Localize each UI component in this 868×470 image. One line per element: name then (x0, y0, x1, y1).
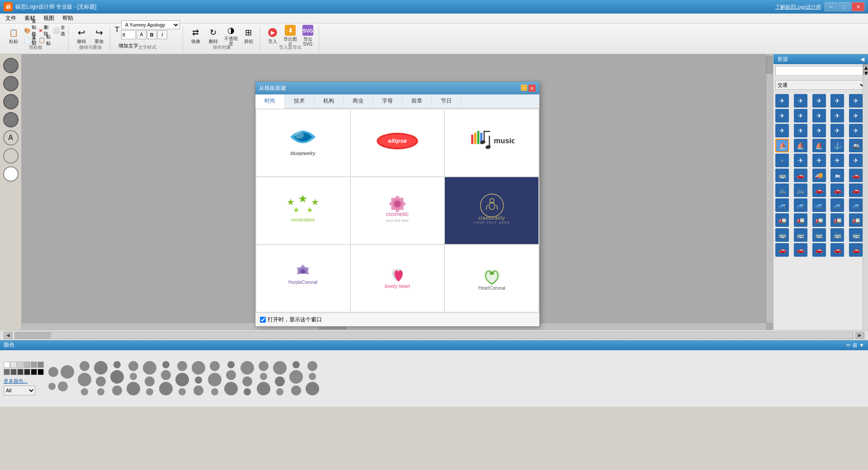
pd-33[interactable] (244, 388, 251, 395)
icon-sailboat[interactable]: ⛵ (812, 139, 826, 152)
colorbar-toggle-icon[interactable]: ▼ (859, 342, 864, 348)
template-hurple-coronal[interactable]: HurpleCoronal (256, 244, 350, 312)
pd-30[interactable] (224, 382, 238, 395)
template-blue-jewelry[interactable]: bluejewelry (256, 109, 350, 177)
template-morestars[interactable]: ★ ★ ★ ★ ★ morestars (256, 177, 350, 244)
icon-plane-11[interactable]: ✈ (775, 124, 789, 137)
mirror-button[interactable]: ⇄ 镜像 (188, 26, 204, 45)
pd-45[interactable] (306, 382, 319, 395)
pd-9[interactable] (112, 385, 122, 395)
rotate-button[interactable]: ↻ 翻转 (205, 26, 222, 45)
icon-misc-2[interactable]: 🚗 (794, 243, 807, 257)
icon-bus-4[interactable]: 🚌 (830, 228, 844, 242)
icon-truck-2[interactable]: 🚛 (794, 213, 807, 227)
icon-heli-4[interactable]: ✈ (830, 154, 844, 167)
pd-23[interactable] (195, 376, 202, 384)
pd-17[interactable] (161, 370, 171, 380)
icon-vehicle-2[interactable]: 🚗 (830, 183, 844, 197)
dialog-close-button[interactable]: ✕ (528, 85, 536, 92)
palette-dot-sm[interactable] (48, 383, 56, 390)
icon-plane-7[interactable]: ✈ (794, 109, 807, 122)
swatch-gray-2[interactable] (17, 362, 24, 368)
select-all-button[interactable]: ⬜ 全选 (52, 26, 66, 35)
close-button[interactable]: ✕ (852, 2, 864, 11)
tab-fashion[interactable]: 时尚 (255, 94, 285, 108)
pd-41[interactable] (289, 370, 303, 384)
icon-plane-6[interactable]: ✈ (775, 109, 789, 122)
tab-business[interactable]: 商业 (344, 94, 373, 108)
icon-car-4[interactable]: 🏍 (830, 169, 844, 182)
pd-10[interactable] (128, 361, 138, 371)
icon-anchor[interactable]: ⚓ (830, 139, 844, 152)
pd-38[interactable] (275, 376, 285, 386)
copy-button[interactable]: 📄 复制 (23, 36, 37, 45)
icon-suv-2[interactable]: 🚙 (794, 198, 807, 212)
template-lovely-heart[interactable]: lovely heart (350, 244, 445, 312)
pd-43[interactable] (307, 361, 317, 371)
pd-13[interactable] (143, 361, 156, 375)
hscroll-left-arrow[interactable]: ◀ (4, 332, 13, 339)
dialog-minimize-button[interactable]: ─ (521, 85, 527, 91)
icon-car-3[interactable]: 🚚 (812, 169, 826, 182)
pd-15[interactable] (146, 388, 153, 395)
icon-car-5[interactable]: 🚗 (849, 169, 863, 182)
export-img-button[interactable]: ⬇ 导出图片 (282, 26, 298, 45)
pd-5[interactable] (96, 376, 106, 386)
pd-16[interactable] (162, 361, 170, 368)
pd-29[interactable] (226, 370, 236, 380)
pd-31[interactable] (241, 361, 254, 375)
hscroll-thumb[interactable] (15, 332, 51, 338)
template-cosmetic[interactable]: cosmetic your text here (350, 177, 445, 244)
pd-12[interactable] (127, 382, 140, 395)
swatch-gray-5[interactable] (38, 362, 44, 368)
icon-heli-2[interactable]: ✈ (794, 154, 807, 167)
pd-25[interactable] (210, 361, 220, 371)
show-on-open-label[interactable]: 打开时，显示这个窗口 (260, 316, 322, 324)
icon-bus-2[interactable]: 🚌 (794, 228, 807, 242)
icon-truck-5[interactable]: 🚛 (849, 213, 863, 227)
pd-24[interactable] (193, 385, 203, 395)
pd-21[interactable] (179, 388, 186, 395)
website-link[interactable]: 了解砾思Logo设计师 (775, 4, 821, 10)
icon-misc-4[interactable]: 🚗 (830, 243, 844, 257)
pd-44[interactable] (309, 373, 316, 380)
palette-dot[interactable] (48, 367, 58, 377)
icon-bike-2[interactable]: 🚲 (794, 183, 807, 197)
hscroll-right-arrow[interactable]: ▶ (855, 332, 864, 339)
scroll-down-arrow[interactable]: ▼ (863, 70, 868, 75)
swatch-black[interactable] (38, 369, 44, 375)
pd-8[interactable] (110, 370, 124, 384)
icon-plane-2[interactable]: ✈ (794, 94, 807, 108)
tool-circle-2[interactable] (3, 76, 19, 91)
icon-plane-12[interactable]: ✈ (794, 124, 807, 137)
icon-truck-1[interactable]: 🚛 (775, 213, 789, 227)
pd-3[interactable] (81, 388, 88, 395)
font-size-input[interactable] (121, 30, 136, 39)
export-svg-button[interactable]: SVG 导出SVG (300, 26, 316, 45)
icon-boat[interactable]: 🚢 (849, 139, 863, 152)
icon-suv-1[interactable]: 🚙 (775, 198, 789, 212)
pd-36[interactable] (257, 382, 270, 395)
swatch-gray-7[interactable] (10, 369, 17, 375)
icon-plane-3[interactable]: ✈ (812, 94, 826, 108)
swatch-gray-4[interactable] (31, 362, 37, 368)
pd-22[interactable] (192, 361, 205, 375)
tool-circle-4[interactable] (3, 112, 19, 127)
icon-plane-5[interactable]: ✈ (849, 94, 863, 108)
pd-11[interactable] (130, 373, 137, 380)
icon-suv-3[interactable]: 🚙 (812, 198, 826, 212)
icon-vehicle-1[interactable]: 🚗 (812, 183, 826, 197)
swatch-gray-6[interactable] (4, 369, 10, 375)
icon-ship-1[interactable]: ⛵ (775, 139, 789, 152)
resources-search-input[interactable] (775, 66, 866, 76)
pd-40[interactable] (292, 361, 300, 368)
swatch-gray-3[interactable] (24, 362, 30, 368)
italic-button[interactable]: I (157, 30, 167, 39)
colorbar-edit-icon[interactable]: ✏ (846, 342, 851, 348)
hscrollbar-track[interactable] (14, 332, 854, 339)
pd-28[interactable] (227, 361, 235, 368)
icon-bus-1[interactable]: 🚌 (775, 228, 789, 242)
show-on-open-checkbox[interactable] (260, 317, 266, 323)
resources-vscrollbar[interactable]: ▲ ▼ (863, 64, 868, 330)
icon-misc-3[interactable]: 🚗 (812, 243, 826, 257)
